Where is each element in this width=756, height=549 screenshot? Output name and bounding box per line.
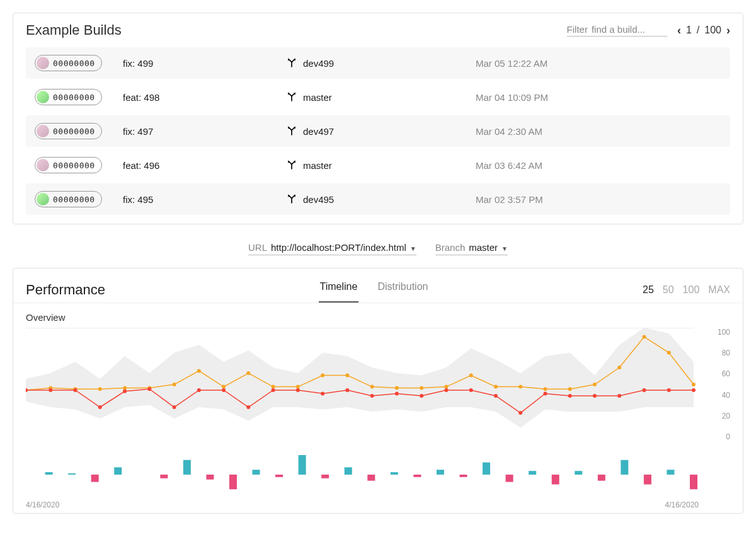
- perf-header: Performance Timeline Distribution 255010…: [13, 269, 743, 303]
- svg-point-32: [98, 405, 102, 409]
- svg-point-49: [518, 411, 522, 415]
- y-axis-ticks: 100806040200: [705, 328, 730, 441]
- svg-rect-71: [391, 472, 398, 475]
- build-row[interactable]: 00000000fix: 499dev499Mar 05 12:22 AM: [26, 47, 730, 79]
- y-tick: 60: [705, 369, 730, 378]
- svg-rect-75: [483, 463, 490, 475]
- chevron-left-icon[interactable]: ‹: [677, 24, 681, 37]
- range-options: 2550100MAX: [643, 284, 730, 296]
- svg-point-28: [692, 383, 696, 386]
- branch-name: master: [303, 160, 332, 171]
- svg-point-17: [420, 386, 423, 390]
- svg-rect-78: [552, 475, 559, 485]
- svg-point-54: [642, 388, 646, 392]
- commit-chip[interactable]: 00000000: [35, 191, 102, 207]
- svg-point-16: [395, 386, 399, 390]
- build-row[interactable]: 00000000fix: 497dev497Mar 04 2:30 AM: [26, 115, 730, 147]
- svg-point-31: [74, 388, 77, 392]
- col-branch: dev495: [287, 194, 476, 205]
- range-opt-max[interactable]: MAX: [708, 284, 730, 296]
- svg-point-53: [617, 394, 621, 398]
- y-tick: 40: [705, 391, 730, 400]
- svg-point-9: [222, 385, 226, 389]
- page-total: 100: [704, 25, 721, 36]
- commit-chip[interactable]: 00000000: [35, 89, 102, 105]
- branch-value: master: [469, 242, 498, 253]
- svg-point-51: [568, 394, 572, 398]
- build-list: 00000000fix: 499dev499Mar 05 12:22 AM000…: [13, 47, 743, 224]
- commit-chip[interactable]: 00000000: [35, 55, 102, 71]
- caret-down-icon: ▼: [410, 245, 416, 252]
- overview-line-chart: [26, 328, 719, 441]
- range-opt-25[interactable]: 25: [643, 284, 654, 296]
- branch-name: master: [303, 92, 332, 103]
- svg-point-50: [543, 391, 547, 395]
- svg-point-48: [494, 394, 498, 398]
- svg-point-25: [617, 366, 621, 369]
- overview-chart-wrap: 100806040200: [26, 328, 730, 441]
- branch-icon: [287, 92, 297, 102]
- svg-rect-76: [506, 475, 513, 482]
- page-current: 1: [686, 25, 692, 36]
- svg-rect-65: [253, 470, 260, 475]
- col-hash: 00000000: [35, 55, 123, 71]
- svg-point-44: [395, 391, 399, 395]
- commit-chip[interactable]: 00000000: [35, 157, 102, 173]
- svg-point-42: [345, 388, 349, 392]
- col-hash: 00000000: [35, 157, 123, 173]
- build-row[interactable]: 00000000fix: 495dev495Mar 02 3:57 PM: [26, 183, 730, 215]
- perf-title: Performance: [26, 282, 105, 298]
- svg-point-36: [197, 388, 201, 392]
- svg-rect-66: [275, 475, 283, 477]
- build-row[interactable]: 00000000feat: 498masterMar 04 10:09 PM: [26, 81, 730, 113]
- svg-rect-69: [345, 467, 352, 475]
- chevron-right-icon[interactable]: ›: [726, 24, 730, 37]
- branch-label: Branch: [435, 242, 466, 253]
- build-row[interactable]: 00000000feat: 496masterMar 03 6:42 AM: [26, 149, 730, 181]
- commit-hash: 00000000: [53, 195, 95, 204]
- svg-rect-57: [45, 472, 53, 475]
- svg-point-52: [593, 394, 597, 398]
- svg-point-14: [345, 374, 349, 378]
- svg-rect-83: [667, 470, 674, 475]
- svg-rect-58: [68, 473, 76, 475]
- svg-point-13: [321, 374, 324, 378]
- tab-distribution[interactable]: Distribution: [376, 277, 429, 303]
- url-selector[interactable]: URL http://localhost:PORT/index.html ▼: [248, 242, 416, 255]
- svg-rect-84: [690, 475, 697, 489]
- svg-rect-73: [437, 470, 444, 475]
- selectors-row: URL http://localhost:PORT/index.html ▼ B…: [13, 234, 743, 268]
- build-date: Mar 04 2:30 AM: [476, 126, 721, 137]
- avatar-icon: [37, 125, 49, 137]
- range-opt-100[interactable]: 100: [683, 284, 700, 296]
- svg-point-34: [147, 387, 151, 391]
- svg-rect-72: [413, 475, 421, 477]
- caret-down-icon: ▼: [501, 245, 508, 252]
- commit-chip[interactable]: 00000000: [35, 123, 102, 139]
- branch-icon: [287, 194, 297, 204]
- svg-rect-64: [229, 475, 237, 489]
- avatar-icon: [37, 91, 49, 103]
- perf-tabs: Timeline Distribution: [319, 277, 430, 303]
- svg-rect-59: [91, 475, 99, 482]
- x-axis-dates: 4/16/2020 4/16/2020: [26, 497, 730, 509]
- svg-point-30: [49, 388, 52, 392]
- y-tick: 80: [705, 349, 730, 357]
- branch-selector[interactable]: Branch master ▼: [435, 242, 508, 255]
- filter-input[interactable]: [592, 24, 667, 35]
- svg-point-18: [444, 385, 448, 389]
- col-branch: dev499: [287, 58, 476, 69]
- pager: ‹ 1 / 100 ›: [677, 24, 730, 37]
- svg-point-8: [197, 369, 201, 373]
- filter-box[interactable]: Filter: [567, 24, 667, 37]
- svg-point-19: [469, 374, 473, 378]
- range-opt-50[interactable]: 50: [663, 284, 674, 296]
- svg-rect-80: [598, 475, 605, 481]
- build-date: Mar 02 3:57 PM: [476, 194, 721, 205]
- svg-point-27: [667, 351, 671, 355]
- builds-title: Example Builds: [26, 22, 122, 38]
- commit-message: fix: 495: [123, 194, 287, 205]
- tab-timeline[interactable]: Timeline: [319, 277, 359, 303]
- branch-name: dev497: [303, 126, 334, 137]
- svg-point-46: [444, 388, 448, 392]
